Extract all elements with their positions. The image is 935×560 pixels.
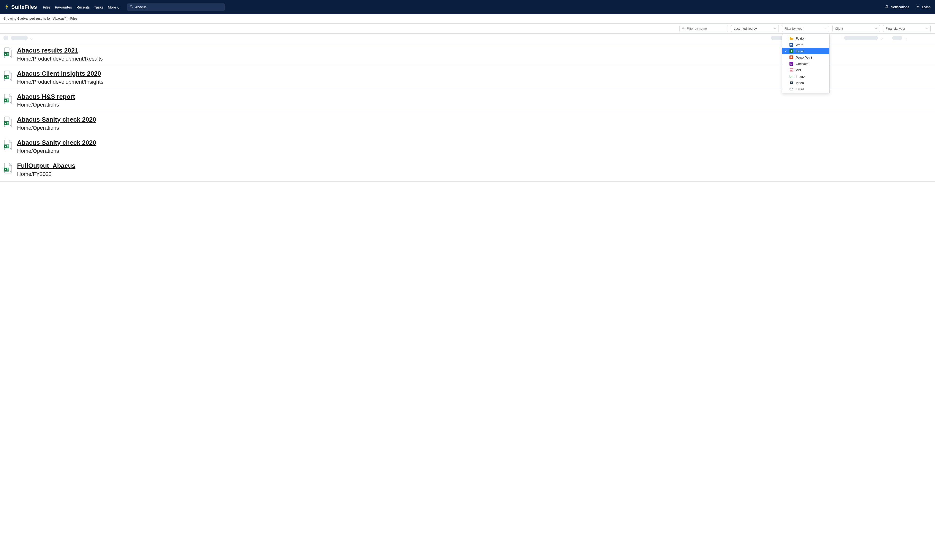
chevron-down-icon xyxy=(905,37,907,39)
excel-file-icon xyxy=(3,163,13,174)
result-title[interactable]: FullOutput_Abacus xyxy=(17,162,75,170)
filters-row: Last modified by Filter by type FolderWo… xyxy=(0,23,935,34)
brand-logo[interactable]: SuiteFiles xyxy=(5,4,37,10)
skeleton-pill xyxy=(892,36,903,40)
top-right: Notifications Dylan xyxy=(885,5,930,9)
type-option-label: OneNote xyxy=(796,62,809,66)
svg-point-3 xyxy=(682,27,684,29)
svg-point-0 xyxy=(131,5,132,7)
excel-icon xyxy=(789,49,793,53)
result-path: Home/Product development/Insights xyxy=(17,79,103,85)
excel-file-icon xyxy=(3,71,13,81)
summary-mid: advanced results for xyxy=(19,17,52,20)
lightning-icon xyxy=(5,4,10,10)
skeleton-pill xyxy=(11,36,28,40)
type-option-label: Image xyxy=(796,75,804,78)
video-icon xyxy=(789,81,793,85)
user-menu[interactable]: Dylan xyxy=(916,5,930,9)
filter-by-type[interactable]: Filter by type FolderWordExcelPowerPoint… xyxy=(782,25,829,32)
word-icon xyxy=(789,43,793,47)
type-option-label: Folder xyxy=(796,37,805,40)
type-option-video[interactable]: Video xyxy=(782,80,829,86)
chevron-down-icon xyxy=(926,27,928,31)
filter-by-name-input[interactable] xyxy=(686,26,728,31)
svg-line-1 xyxy=(132,7,133,8)
type-option-pdf[interactable]: PDF xyxy=(782,67,829,73)
summary-prefix: Showing xyxy=(3,17,17,20)
type-option-folder[interactable]: Folder xyxy=(782,35,829,42)
nav-files[interactable]: Files xyxy=(43,5,51,9)
nav-favourites[interactable]: Favourites xyxy=(55,5,72,9)
global-search-wrap xyxy=(127,3,225,11)
svg-point-2 xyxy=(918,6,918,7)
excel-file-icon xyxy=(3,48,13,58)
notifications-label: Notifications xyxy=(891,5,909,9)
summary-query: "Abacus" xyxy=(52,17,66,20)
search-icon xyxy=(130,5,135,9)
user-label: Dylan xyxy=(922,5,930,9)
result-meta: Abacus Client insights 2020Home/Product … xyxy=(17,69,103,85)
filter-last-modified-by[interactable]: Last modified by xyxy=(731,25,779,32)
folder-icon xyxy=(789,37,793,40)
result-row[interactable]: Abacus Sanity check 2020Home/Operations xyxy=(0,135,935,158)
result-path: Home/Operations xyxy=(17,102,75,108)
type-option-label: Word xyxy=(796,43,803,47)
filter-fy-label: Financial year xyxy=(886,27,905,31)
excel-file-icon xyxy=(3,140,13,150)
type-option-image[interactable]: Image xyxy=(782,73,829,80)
nav-recents[interactable]: Recents xyxy=(76,5,90,9)
filter-client[interactable]: Client xyxy=(832,25,880,32)
result-title[interactable]: Abacus Client insights 2020 xyxy=(17,69,103,78)
email-icon xyxy=(789,87,793,91)
result-row[interactable]: FullOutput_AbacusHome/FY2022 xyxy=(0,158,935,182)
excel-file-icon xyxy=(3,94,13,105)
result-path: Home/Product development/Results xyxy=(17,56,103,62)
results-summary: Showing 6 advanced results for "Abacus" … xyxy=(0,14,935,23)
search-icon xyxy=(682,26,686,31)
type-option-email[interactable]: Email xyxy=(782,86,829,92)
result-path: Home/FY2022 xyxy=(17,171,75,177)
global-search[interactable] xyxy=(127,3,225,11)
filter-by-name[interactable] xyxy=(679,25,728,32)
pdf-icon xyxy=(789,68,793,72)
top-bar: SuiteFiles Files Favourites Recents Task… xyxy=(0,0,935,14)
result-meta: FullOutput_AbacusHome/FY2022 xyxy=(17,162,75,177)
type-option-onenote[interactable]: OneNote xyxy=(782,61,829,67)
type-option-word[interactable]: Word xyxy=(782,42,829,48)
onenote-icon xyxy=(789,62,793,66)
type-option-label: Email xyxy=(796,87,804,91)
type-option-excel[interactable]: Excel xyxy=(782,48,829,54)
search-input[interactable] xyxy=(135,5,222,9)
svg-line-4 xyxy=(684,28,684,29)
chevron-down-icon xyxy=(117,6,120,8)
skeleton-pill xyxy=(844,36,878,40)
type-option-label: PowerPoint xyxy=(796,56,812,59)
result-meta: Abacus H&S report Home/Operations xyxy=(17,93,75,108)
primary-nav: Files Favourites Recents Tasks More xyxy=(43,5,120,9)
chevron-down-icon xyxy=(774,27,776,31)
chevron-down-icon xyxy=(30,37,32,39)
chevron-down-icon xyxy=(881,37,883,39)
notifications-button[interactable]: Notifications xyxy=(885,5,909,9)
result-title[interactable]: Abacus Sanity check 2020 xyxy=(17,138,96,147)
filter-financial-year[interactable]: Financial year xyxy=(883,25,930,32)
nav-tasks[interactable]: Tasks xyxy=(94,5,103,9)
result-meta: Abacus results 2021 Home/Product develop… xyxy=(17,46,103,62)
gear-icon xyxy=(916,5,920,9)
result-path: Home/Operations xyxy=(17,125,96,131)
result-title[interactable]: Abacus Sanity check 2020 xyxy=(17,115,96,124)
type-option-label: PDF xyxy=(796,68,802,72)
nav-more[interactable]: More xyxy=(108,5,120,9)
image-icon xyxy=(789,74,793,78)
result-meta: Abacus Sanity check 2020Home/Operations xyxy=(17,138,96,154)
result-title[interactable]: Abacus H&S report xyxy=(17,93,75,101)
type-option-label: Excel xyxy=(796,49,804,53)
type-option-powerpoint[interactable]: PowerPoint xyxy=(782,54,829,61)
result-row[interactable]: Abacus Sanity check 2020Home/Operations xyxy=(0,112,935,135)
summary-suffix: in Files xyxy=(66,17,77,20)
filter-by-type-label: Filter by type xyxy=(784,27,803,31)
result-title[interactable]: Abacus results 2021 xyxy=(17,46,103,55)
filter-by-type-menu: FolderWordExcelPowerPointOneNotePDFImage… xyxy=(782,34,830,94)
filter-client-label: Client xyxy=(835,27,843,31)
nav-more-label: More xyxy=(108,5,116,9)
